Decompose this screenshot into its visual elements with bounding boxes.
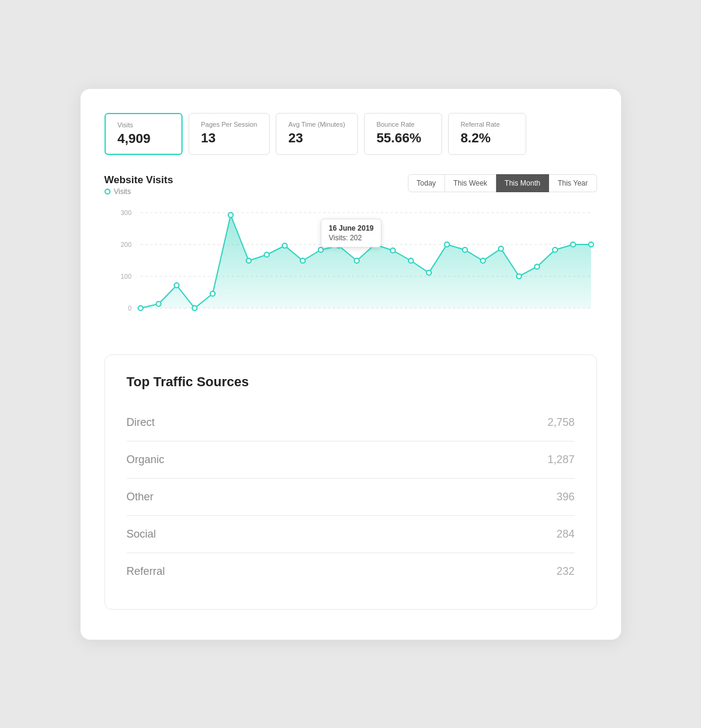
stat-label: Referral Rate bbox=[461, 121, 514, 128]
traffic-section: Top Traffic Sources Direct 2,758 Organic… bbox=[105, 354, 597, 610]
traffic-row: Referral 232 bbox=[127, 553, 575, 590]
svg-point-16 bbox=[282, 243, 287, 248]
svg-point-18 bbox=[318, 247, 323, 252]
traffic-source-count: 232 bbox=[556, 565, 574, 578]
chart-title-group: Website Visits Visits bbox=[105, 174, 174, 196]
traffic-source-name: Referral bbox=[127, 565, 165, 578]
traffic-row: Other 396 bbox=[127, 479, 575, 516]
svg-point-17 bbox=[300, 258, 305, 263]
chart-header: Website Visits Visits TodayThis WeekThis… bbox=[105, 174, 597, 196]
traffic-row: Social 284 bbox=[127, 516, 575, 553]
svg-text:100: 100 bbox=[120, 273, 131, 280]
traffic-source-count: 284 bbox=[556, 528, 574, 541]
svg-point-10 bbox=[174, 283, 179, 288]
stat-card-avg-time-(minutes)[interactable]: Avg Time (Minutes) 23 bbox=[276, 113, 358, 155]
svg-point-30 bbox=[535, 264, 539, 269]
stat-value: 55.66% bbox=[377, 130, 429, 146]
stat-card-bounce-rate[interactable]: Bounce Rate 55.66% bbox=[364, 113, 442, 155]
svg-point-21 bbox=[372, 242, 377, 247]
svg-point-26 bbox=[463, 247, 467, 252]
svg-point-29 bbox=[517, 274, 521, 279]
chart-legend: Visits bbox=[105, 187, 174, 196]
filter-btn-this-week[interactable]: This Week bbox=[445, 174, 496, 192]
svg-point-32 bbox=[571, 242, 575, 247]
traffic-source-name: Other bbox=[127, 491, 154, 503]
traffic-list: Direct 2,758 Organic 1,287 Other 396 Soc… bbox=[127, 404, 575, 590]
chart-container: 300 200 100 0 bbox=[105, 201, 597, 335]
filter-btn-this-year[interactable]: This Year bbox=[549, 174, 596, 192]
svg-point-12 bbox=[210, 291, 215, 296]
svg-point-31 bbox=[553, 247, 557, 252]
traffic-row: Organic 1,287 bbox=[127, 441, 575, 479]
svg-point-23 bbox=[408, 258, 413, 263]
svg-point-11 bbox=[192, 306, 197, 311]
svg-point-20 bbox=[354, 258, 359, 263]
stat-label: Pages Per Session bbox=[201, 121, 258, 128]
filter-btn-this-month[interactable]: This Month bbox=[496, 174, 549, 192]
stat-value: 23 bbox=[288, 130, 345, 146]
stats-row: Visits 4,909 Pages Per Session 13 Avg Ti… bbox=[105, 113, 597, 155]
traffic-source-name: Direct bbox=[127, 416, 155, 429]
legend-dot-icon bbox=[105, 189, 111, 195]
stat-card-visits[interactable]: Visits 4,909 bbox=[105, 113, 183, 155]
legend-label: Visits bbox=[114, 187, 131, 196]
stat-value: 4,909 bbox=[118, 131, 169, 147]
traffic-source-count: 1,287 bbox=[547, 453, 574, 466]
chart-section: Website Visits Visits TodayThis WeekThis… bbox=[105, 174, 597, 335]
traffic-source-count: 2,758 bbox=[547, 416, 574, 429]
svg-point-24 bbox=[426, 270, 431, 275]
chart-svg: 300 200 100 0 bbox=[105, 201, 597, 333]
svg-point-19 bbox=[336, 243, 341, 248]
traffic-source-count: 396 bbox=[556, 491, 574, 503]
stat-label: Bounce Rate bbox=[377, 121, 429, 128]
svg-point-25 bbox=[445, 242, 449, 247]
filter-btn-today[interactable]: Today bbox=[408, 174, 445, 192]
svg-text:200: 200 bbox=[120, 241, 131, 248]
traffic-title: Top Traffic Sources bbox=[127, 374, 575, 390]
stat-label: Visits bbox=[118, 121, 169, 129]
stat-label: Avg Time (Minutes) bbox=[288, 121, 345, 128]
svg-text:300: 300 bbox=[120, 209, 131, 216]
stat-card-referral-rate[interactable]: Referral Rate 8.2% bbox=[448, 113, 526, 155]
svg-point-9 bbox=[156, 302, 161, 306]
svg-point-14 bbox=[246, 258, 251, 263]
stat-card-pages-per-session[interactable]: Pages Per Session 13 bbox=[189, 113, 270, 155]
svg-point-28 bbox=[499, 246, 503, 251]
svg-text:0: 0 bbox=[127, 305, 131, 312]
traffic-row: Direct 2,758 bbox=[127, 404, 575, 441]
traffic-source-name: Social bbox=[127, 528, 156, 541]
svg-point-8 bbox=[138, 306, 143, 311]
svg-point-27 bbox=[481, 258, 485, 263]
svg-point-22 bbox=[390, 248, 395, 253]
svg-point-33 bbox=[589, 242, 593, 247]
traffic-source-name: Organic bbox=[127, 453, 165, 466]
svg-point-15 bbox=[264, 252, 269, 257]
chart-title: Website Visits bbox=[105, 174, 174, 186]
stat-value: 8.2% bbox=[461, 130, 514, 146]
main-card: Visits 4,909 Pages Per Session 13 Avg Ti… bbox=[80, 89, 621, 640]
filter-buttons: TodayThis WeekThis MonthThis Year bbox=[408, 174, 597, 192]
stat-value: 13 bbox=[201, 130, 258, 146]
svg-point-13 bbox=[228, 213, 233, 217]
